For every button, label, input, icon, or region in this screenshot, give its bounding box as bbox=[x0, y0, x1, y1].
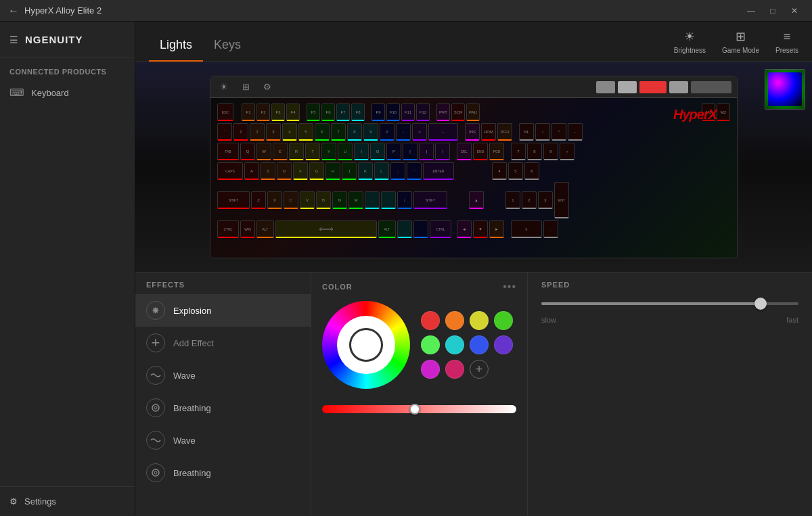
key-9[interactable]: 9 bbox=[363, 123, 378, 141]
key-numstar[interactable]: * bbox=[551, 123, 566, 141]
key-r[interactable]: R bbox=[289, 143, 304, 160]
key-q[interactable]: Q bbox=[240, 143, 255, 160]
key-numslash[interactable]: / bbox=[535, 123, 550, 141]
key-home[interactable]: HOM bbox=[481, 123, 496, 141]
key-f3[interactable]: F3 bbox=[271, 103, 285, 121]
kb-color-btn-4[interactable] bbox=[669, 81, 688, 93]
key-num7[interactable]: 7 bbox=[511, 143, 526, 160]
effect-item-wave2[interactable]: Wave bbox=[135, 424, 311, 456]
key-equals[interactable]: = bbox=[412, 123, 427, 141]
color-slider-thumb[interactable] bbox=[409, 404, 420, 415]
speed-slider-thumb[interactable] bbox=[754, 298, 767, 310]
key-slash[interactable]: / bbox=[397, 191, 412, 209]
back-button[interactable]: ← bbox=[8, 5, 19, 17]
sidebar-item-keyboard[interactable]: ⌨ Keyboard bbox=[0, 80, 135, 105]
key-h[interactable]: H bbox=[325, 162, 340, 180]
hamburger-icon[interactable]: ☰ bbox=[9, 34, 18, 45]
key-backslash[interactable]: \ bbox=[435, 143, 450, 160]
key-u[interactable]: U bbox=[338, 143, 353, 160]
key-right[interactable]: ► bbox=[489, 220, 504, 238]
key-num4[interactable]: 4 bbox=[492, 162, 507, 180]
key-numenter[interactable]: ENT bbox=[554, 182, 569, 218]
close-button[interactable]: ✕ bbox=[785, 4, 804, 18]
key-pgup[interactable]: PGU bbox=[497, 123, 512, 141]
key-backtick[interactable]: ` bbox=[217, 123, 232, 141]
key-prtsc[interactable]: PRT bbox=[436, 103, 450, 121]
color-wheel[interactable] bbox=[322, 301, 410, 389]
key-quote[interactable]: ' bbox=[407, 162, 422, 180]
key-del[interactable]: DEL bbox=[457, 143, 472, 160]
key-pause[interactable]: PAU bbox=[466, 103, 480, 121]
kb-brightness-icon[interactable]: ☀ bbox=[216, 79, 232, 95]
key-numplus[interactable]: + bbox=[560, 143, 574, 160]
swatch-yellow[interactable] bbox=[470, 311, 489, 330]
key-2[interactable]: 2 bbox=[250, 123, 265, 141]
key-num1[interactable]: 1 bbox=[505, 191, 520, 209]
key-pgdn[interactable]: PGD bbox=[489, 143, 504, 160]
key-ralt[interactable]: ALT bbox=[378, 220, 396, 238]
key-end[interactable]: END bbox=[473, 143, 488, 160]
kb-effects-icon[interactable]: ⊞ bbox=[238, 79, 254, 95]
effect-item-explosion[interactable]: ✸ Explosion bbox=[135, 294, 311, 327]
key-num6[interactable]: 6 bbox=[524, 162, 539, 180]
key-space[interactable] bbox=[275, 220, 377, 238]
key-f10[interactable]: F10 bbox=[386, 103, 400, 121]
swatch-green[interactable] bbox=[494, 311, 513, 330]
key-f6[interactable]: F6 bbox=[321, 103, 335, 121]
key-num0[interactable]: 0 bbox=[511, 220, 542, 238]
kb-color-btn-1[interactable] bbox=[596, 81, 615, 93]
key-a[interactable]: A bbox=[244, 162, 259, 180]
swatch-cyan[interactable] bbox=[445, 335, 464, 354]
key-caps[interactable]: CAPS bbox=[217, 162, 243, 180]
swatch-orange[interactable] bbox=[445, 311, 464, 330]
key-minus[interactable]: - bbox=[396, 123, 411, 141]
key-g[interactable]: G bbox=[309, 162, 324, 180]
key-rbracket[interactable]: ] bbox=[419, 143, 434, 160]
key-f9[interactable]: F9 bbox=[371, 103, 385, 121]
swatch-magenta[interactable] bbox=[421, 360, 440, 379]
key-win[interactable]: WIN bbox=[240, 220, 255, 238]
key-8[interactable]: 8 bbox=[347, 123, 362, 141]
key-numlock[interactable]: NL bbox=[519, 123, 534, 141]
key-5[interactable]: 5 bbox=[298, 123, 313, 141]
key-num8[interactable]: 8 bbox=[527, 143, 542, 160]
key-z[interactable]: Z bbox=[251, 191, 266, 209]
key-scroll[interactable]: SCR bbox=[451, 103, 465, 121]
key-rctrl[interactable]: CTRL bbox=[430, 220, 451, 238]
key-k[interactable]: K bbox=[358, 162, 373, 180]
key-comma[interactable]: , bbox=[365, 191, 380, 209]
key-p[interactable]: P bbox=[386, 143, 401, 160]
color-more-button[interactable]: ••• bbox=[503, 281, 516, 293]
swatch-red[interactable] bbox=[421, 311, 440, 330]
effect-item-breathing1[interactable]: Breathing bbox=[135, 392, 311, 424]
swatch-lime[interactable] bbox=[421, 335, 440, 354]
key-macro2[interactable]: M2 bbox=[717, 103, 730, 121]
key-m[interactable]: M bbox=[348, 191, 363, 209]
key-7[interactable]: 7 bbox=[331, 123, 346, 141]
key-down[interactable]: ▼ bbox=[473, 220, 488, 238]
key-6[interactable]: 6 bbox=[315, 123, 330, 141]
add-effect-item[interactable]: + Add Effect bbox=[135, 327, 311, 359]
key-e[interactable]: E bbox=[273, 143, 288, 160]
key-f8[interactable]: F8 bbox=[351, 103, 365, 121]
key-up[interactable]: ▲ bbox=[469, 191, 484, 209]
swatch-pink[interactable] bbox=[445, 360, 464, 379]
minimize-button[interactable]: — bbox=[742, 4, 761, 18]
key-lalt[interactable]: ALT bbox=[256, 220, 274, 238]
key-l[interactable]: L bbox=[374, 162, 389, 180]
key-s[interactable]: S bbox=[261, 162, 275, 180]
key-period[interactable]: . bbox=[381, 191, 396, 209]
key-f2[interactable]: F2 bbox=[256, 103, 270, 121]
add-swatch-button[interactable]: + bbox=[470, 360, 489, 379]
speed-track[interactable] bbox=[541, 302, 798, 305]
tab-lights[interactable]: Lights bbox=[149, 32, 203, 62]
key-f12[interactable]: F12 bbox=[416, 103, 430, 121]
effect-item-wave1[interactable]: Wave bbox=[135, 359, 311, 392]
key-f7[interactable]: F7 bbox=[336, 103, 350, 121]
key-b[interactable]: B bbox=[316, 191, 331, 209]
color-slider[interactable] bbox=[322, 405, 516, 413]
key-num2[interactable]: 2 bbox=[522, 191, 537, 209]
key-lctrl[interactable]: CTRL bbox=[217, 220, 239, 238]
key-ins[interactable]: INS bbox=[465, 123, 480, 141]
key-3[interactable]: 3 bbox=[266, 123, 281, 141]
